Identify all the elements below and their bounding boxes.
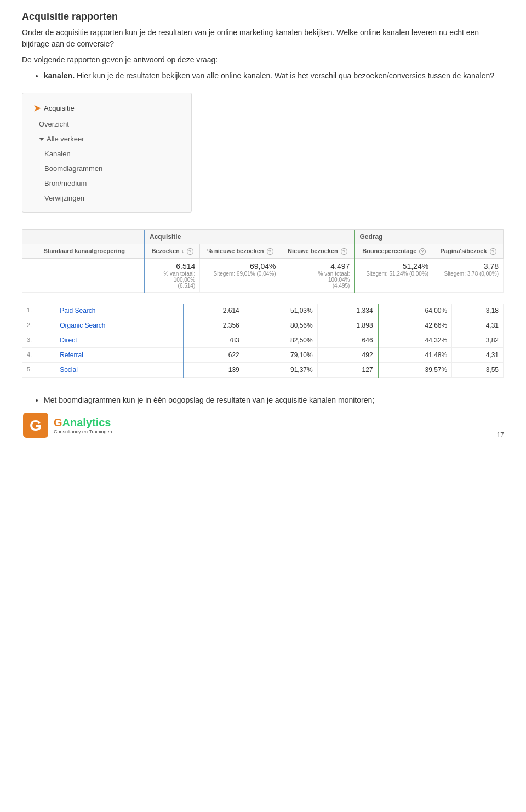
sidebar-item-alle-verkeer[interactable]: Alle verkeer [22, 131, 191, 146]
table-row: 1. Paid Search 2.614 51,03% 1.334 64,00%… [22, 304, 504, 318]
row-channel: Organic Search [55, 318, 184, 333]
row-nieuwe: 492 [317, 348, 378, 363]
logo-text-container: GAnalytics Consultancy en Trainingen [54, 416, 112, 434]
analytics-table: Acquisitie Gedrag Standaard kanaalgroepe… [22, 229, 504, 293]
sidebar-label-overzicht: Overzicht [39, 120, 69, 128]
channel-link[interactable]: Direct [60, 336, 77, 344]
row-nieuwe-pct: 91,37% [244, 363, 317, 378]
footer: G GAnalytics Consultancy en Trainingen 1… [22, 411, 504, 439]
table-row: 5. Social 139 91,37% 127 39,57% 3,55 [22, 363, 504, 378]
total-bezoeken: 6.514 % van totaal: 100,00% (6.514) [145, 259, 200, 293]
page-number: 17 [497, 431, 504, 439]
group-header-gedrag: Gedrag [355, 230, 503, 244]
intro-paragraph-1: Onder de acquisitie rapporten kun je de … [22, 27, 504, 50]
row-channel: Paid Search [55, 304, 184, 318]
sidebar-item-kanalen[interactable]: Kanalen [22, 146, 191, 161]
row-nieuwe: 1.334 [317, 304, 378, 318]
list-item-boomdiagrammen: Met boomdiagrammen kun je in één oogopsl… [44, 394, 504, 406]
col-header-channel: Standaard kanaalgroepering [39, 244, 145, 259]
group-header-acquisitie: Acquisitie [145, 230, 355, 244]
sidebar-label-boomdiagrammen: Boomdiagrammen [44, 164, 102, 173]
total-bounce: 51,24% Sitegem: 51,24% (0,00%) [355, 259, 433, 293]
kanalen-bold: kanalen. [44, 71, 75, 80]
row-number: 3. [22, 333, 55, 348]
question-icon-5: ? [490, 248, 496, 255]
row-pages: 3,82 [452, 333, 504, 348]
sidebar-label-kanalen: Kanalen [44, 150, 71, 158]
kanalen-rest: Hier kun je de resultaten bekijken van a… [75, 71, 494, 80]
sidebar-item-verwijzingen[interactable]: Verwijzingen [22, 191, 191, 205]
logo-icon: G [22, 411, 49, 439]
row-bezoeken: 2.614 [184, 304, 244, 318]
total-label [39, 259, 145, 293]
row-number: 2. [22, 318, 55, 333]
total-nieuwe: 4.497 % van totaal: 100,04% (4.495) [281, 259, 355, 293]
row-pages: 3,18 [452, 304, 504, 318]
sidebar-item-bronmedium[interactable]: Bron/medium [22, 176, 191, 191]
row-pages: 3,55 [452, 363, 504, 378]
row-bounce: 41,48% [378, 348, 452, 363]
total-nieuwe-pct: 69,04% Sitegem: 69,01% (0,04%) [200, 259, 281, 293]
sidebar-label-acquisitie: Acquisitie [44, 104, 75, 112]
row-nieuwe: 646 [317, 333, 378, 348]
page-title: Acquisitie rapporten [22, 11, 504, 22]
col-header-nieuwe: Nieuwe bezoeken ? [281, 244, 355, 259]
row-pages: 4,31 [452, 348, 504, 363]
col-header-pages: Pagina's/bezoek ? [433, 244, 504, 259]
channel-link[interactable]: Organic Search [60, 322, 105, 329]
table-row: 2. Organic Search 2.356 80,56% 1.898 42,… [22, 318, 504, 333]
table-row: 4. Referral 622 79,10% 492 41,48% 4,31 [22, 348, 504, 363]
question-icon-3: ? [341, 248, 347, 255]
row-bounce: 39,57% [378, 363, 452, 378]
second-list: Met boomdiagrammen kun je in één oogopsl… [44, 394, 504, 406]
feature-list: kanalen. Hier kun je de resultaten bekij… [44, 70, 504, 82]
sidebar-label-verwijzingen: Verwijzingen [44, 194, 84, 202]
logo-sub-text: Consultancy en Trainingen [54, 429, 112, 434]
row-bounce: 44,32% [378, 333, 452, 348]
list-item-kanalen: kanalen. Hier kun je de resultaten bekij… [44, 70, 504, 82]
sidebar: ➤ Acquisitie Overzicht Alle verkeer Kana… [22, 93, 192, 213]
svg-text:G: G [30, 417, 42, 434]
row-bezoeken: 783 [184, 333, 244, 348]
sidebar-item-overzicht[interactable]: Overzicht [22, 117, 191, 131]
col-header-nieuwe-pct: % nieuwe bezoeken ? [200, 244, 281, 259]
intro-paragraph-2: De volgende rapporten geven je antwoord … [22, 54, 504, 66]
sidebar-item-acquisitie[interactable]: ➤ Acquisitie [22, 100, 191, 117]
row-nieuwe: 1.898 [317, 318, 378, 333]
row-nieuwe-pct: 51,03% [244, 304, 317, 318]
question-icon-2: ? [267, 248, 273, 255]
question-icon-4: ? [419, 248, 426, 255]
row-bounce: 42,66% [378, 318, 452, 333]
row-bezoeken: 2.356 [184, 318, 244, 333]
row-bezoeken: 622 [184, 348, 244, 363]
col-header-bezoeken: Bezoeken ↓ ? [145, 244, 200, 259]
boomdiagrammen-text: Met boomdiagrammen kun je in één oogopsl… [44, 396, 374, 404]
row-number: 1. [22, 304, 55, 318]
logo-analytics-span: Analytics [62, 416, 111, 428]
row-channel: Direct [55, 333, 184, 348]
sidebar-label-alle-verkeer: Alle verkeer [47, 135, 84, 143]
total-row: 6.514 % van totaal: 100,00% (6.514) 69,0… [22, 259, 504, 293]
chevron-down-icon [39, 138, 44, 141]
row-channel: Referral [55, 348, 184, 363]
total-pages: 3,78 Sitegem: 3,78 (0,00%) [433, 259, 504, 293]
group-header-label [22, 230, 145, 244]
col-header-bounce: Bouncepercentage ? [355, 244, 433, 259]
channel-link[interactable]: Social [60, 366, 78, 374]
row-pages: 4,31 [452, 318, 504, 333]
row-nieuwe-pct: 80,56% [244, 318, 317, 333]
logo-container: G GAnalytics Consultancy en Trainingen [22, 411, 112, 439]
channel-link[interactable]: Referral [60, 351, 83, 359]
row-nieuwe-pct: 79,10% [244, 348, 317, 363]
question-icon: ? [187, 248, 193, 255]
data-rows-table: 1. Paid Search 2.614 51,03% 1.334 64,00%… [22, 304, 504, 378]
row-bounce: 64,00% [378, 304, 452, 318]
col-header-num [22, 244, 39, 259]
group-header-row: Acquisitie Gedrag [22, 230, 504, 244]
channel-link[interactable]: Paid Search [60, 307, 95, 314]
row-number: 4. [22, 348, 55, 363]
total-num [22, 259, 39, 293]
row-number: 5. [22, 363, 55, 378]
sidebar-item-boomdiagrammen[interactable]: Boomdiagrammen [22, 161, 191, 176]
sidebar-label-bronmedium: Bron/medium [44, 179, 87, 187]
